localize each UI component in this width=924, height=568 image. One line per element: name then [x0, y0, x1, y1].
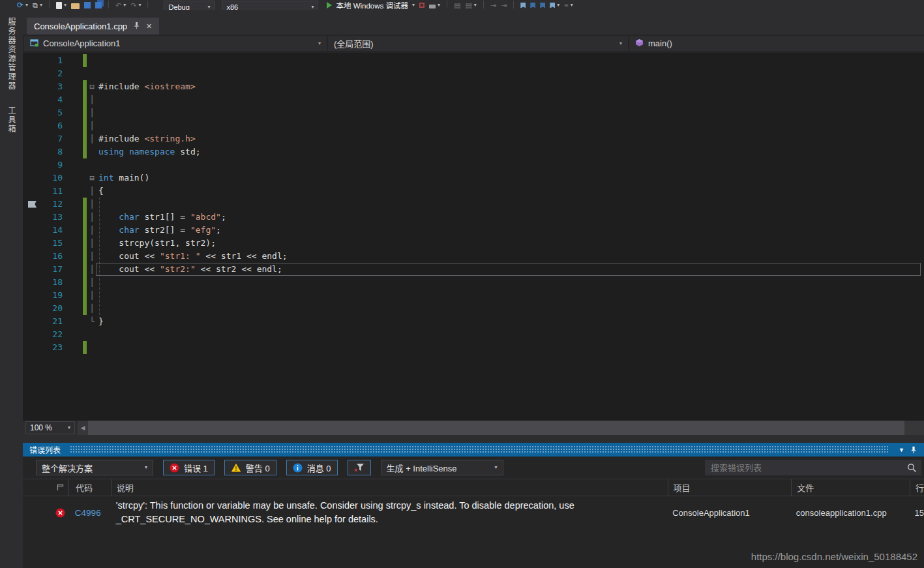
code-text[interactable]: cout << "str2:" << str2 << endl; [97, 263, 282, 276]
open-file-button[interactable] [71, 1, 80, 10]
bookmark-margin[interactable] [23, 276, 40, 289]
bookmark-margin[interactable] [23, 185, 40, 198]
code-line[interactable]: 1 [23, 54, 924, 67]
bookmark-margin[interactable] [23, 172, 40, 185]
bookmark-margin[interactable] [23, 302, 40, 315]
code-text[interactable] [97, 276, 98, 289]
code-line[interactable]: 22 [23, 328, 924, 341]
solution-platform-combo[interactable]: x86▾ [222, 1, 318, 10]
code-line[interactable]: 8using namespace std; [23, 145, 924, 158]
error-code-link[interactable]: C4996 [68, 508, 111, 518]
code-text[interactable] [97, 54, 98, 67]
code-line[interactable]: 10⊟int main() [23, 172, 924, 185]
project-dropdown[interactable]: ConsoleApplication1 ▾ [24, 36, 327, 51]
outdent-button[interactable]: ⇥ [490, 1, 496, 10]
filter-toggle-button[interactable] [348, 460, 371, 475]
undo-button[interactable]: ↶▾ [115, 1, 126, 10]
header-project-column[interactable]: 项目 [668, 479, 792, 496]
code-line[interactable]: 4│ [23, 93, 924, 106]
attach-button[interactable]: ▾ [429, 1, 440, 10]
code-line[interactable]: 15│ strcpy(str1, str2); [23, 237, 924, 250]
error-file[interactable]: consoleapplication1.cpp [791, 508, 910, 518]
scroll-left-icon[interactable]: ◀ [78, 425, 88, 431]
bookmark-margin[interactable] [23, 224, 40, 237]
bookmark-margin[interactable] [23, 132, 40, 145]
code-line[interactable]: 23 [23, 341, 924, 354]
tab-close-icon[interactable]: ✕ [146, 22, 152, 31]
pin-icon[interactable] [910, 446, 917, 454]
bookmark-margin[interactable] [23, 328, 40, 341]
bookmark-margin[interactable] [23, 67, 40, 80]
code-line[interactable]: 20│ [23, 302, 924, 315]
code-text[interactable] [97, 67, 98, 80]
scope-filter-combo[interactable]: 整个解决方案 ▾ [36, 460, 153, 475]
indent-button[interactable]: ⇥ [501, 1, 507, 10]
error-search-box[interactable] [705, 460, 921, 475]
horizontal-scrollbar[interactable]: ◀ [78, 421, 924, 435]
bookmark-margin[interactable] [23, 145, 40, 158]
next-bookmark-button[interactable] [540, 1, 545, 10]
code-line[interactable]: 6│ [23, 119, 924, 132]
messages-toggle-button[interactable]: 消息 0 [286, 460, 338, 475]
code-line[interactable]: 13│ char str1[] = "abcd"; [23, 211, 924, 224]
save-button[interactable] [84, 1, 91, 10]
code-text[interactable]: using namespace std; [97, 145, 201, 158]
code-text[interactable]: char str1[] = "abcd"; [97, 211, 226, 224]
solution-configuration-combo[interactable]: Debug▾ [164, 1, 215, 10]
bookmark-margin[interactable] [23, 237, 40, 250]
bookmark-margin[interactable] [23, 315, 40, 328]
code-text[interactable] [97, 289, 98, 302]
code-text[interactable] [97, 119, 98, 132]
scope-dropdown[interactable]: (全局范围) ▾ [328, 36, 628, 51]
code-text[interactable]: int main() [97, 172, 149, 185]
window-position-icon[interactable]: ▼ [899, 447, 904, 453]
code-text[interactable]: #include <iostream> [97, 80, 196, 93]
new-file-button[interactable]: ▾ [56, 1, 67, 10]
code-line[interactable]: 12│ [23, 198, 924, 211]
bookmark-margin[interactable] [23, 119, 40, 132]
header-description-column[interactable]: 说明 [111, 479, 668, 496]
save-all-button[interactable] [95, 1, 102, 10]
code-text[interactable]: { [97, 185, 104, 198]
code-line[interactable]: 18│ [23, 276, 924, 289]
code-text[interactable]: cout << "str1: " << str1 << endl; [97, 250, 288, 263]
hot-reload-button[interactable] [419, 1, 425, 10]
code-line[interactable]: 11│{ [23, 185, 924, 198]
bookmark-margin[interactable] [23, 289, 40, 302]
error-list-titlebar[interactable]: 错误列表 ▼ [23, 443, 924, 456]
code-text[interactable] [97, 328, 98, 341]
sidebar-tab-server-explorer[interactable]: 服务器资源管理器 [6, 18, 17, 91]
code-line[interactable]: 21└} [23, 315, 924, 328]
search-icon[interactable] [907, 463, 917, 473]
window-layout-button[interactable]: ⧉▾ [33, 1, 42, 10]
code-line[interactable]: 3⊟#include <iostream> [23, 80, 924, 93]
code-line[interactable]: 5│ [23, 106, 924, 119]
bookmark-margin[interactable] [23, 80, 40, 93]
bookmark-margin[interactable] [23, 106, 40, 119]
code-editor[interactable]: 123⊟#include <iostream>4│5│6│7│#include … [23, 53, 924, 421]
code-text[interactable] [97, 158, 98, 172]
error-row[interactable]: C4996'strcpy': This function or variable… [23, 496, 924, 529]
code-text[interactable]: strcpy(str1, str2); [97, 237, 216, 250]
code-line[interactable]: 9 [23, 158, 924, 172]
code-line[interactable]: 14│ char str2[] = "efg"; [23, 224, 924, 237]
clear-bookmarks-button[interactable]: ▾ [550, 1, 559, 10]
bookmark-margin[interactable] [23, 198, 40, 211]
fold-collapse-icon[interactable]: ⊟ [87, 172, 97, 185]
code-text[interactable] [97, 93, 98, 106]
build-intellisense-combo[interactable]: 生成 + IntelliSense ▾ [381, 460, 503, 475]
scrollbar-thumb[interactable] [88, 421, 904, 435]
bookmark-icon[interactable] [28, 201, 37, 208]
bookmark-margin[interactable] [23, 211, 40, 224]
code-line[interactable]: 19│ [23, 289, 924, 302]
prev-bookmark-button[interactable] [530, 1, 535, 10]
tab-pin-icon[interactable] [133, 22, 140, 31]
bookmark-margin[interactable] [23, 158, 40, 172]
code-text[interactable] [97, 198, 98, 211]
code-text[interactable]: char str2[] = "efg"; [97, 224, 221, 237]
error-search-input[interactable] [711, 463, 903, 473]
build-button[interactable]: ▤ [454, 1, 460, 10]
header-severity-column[interactable] [52, 479, 68, 496]
sidebar-tab-toolbox[interactable]: 工具箱 [6, 106, 17, 134]
fold-collapse-icon[interactable]: ⊟ [87, 80, 97, 93]
